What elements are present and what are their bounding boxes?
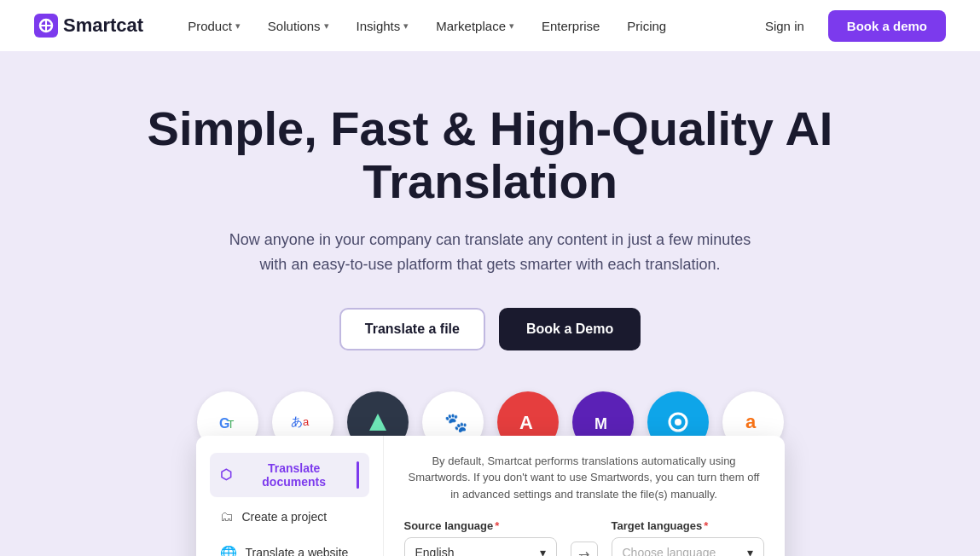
source-language-select[interactable]: English ▾: [404, 537, 557, 556]
translate-file-button[interactable]: Translate a file: [339, 308, 485, 350]
logo[interactable]: Smartcat: [34, 14, 143, 38]
chevron-down-icon: ▾: [403, 20, 409, 32]
nav-links: Product ▾ Solutions ▾ Insights ▾ Marketp…: [177, 14, 755, 38]
menu-item-translate-website[interactable]: 🌐 Translate a website: [210, 536, 369, 556]
logo-icon: [34, 14, 58, 38]
hero-subtitle: Now anyone in your company can translate…: [226, 228, 755, 277]
chevron-down-icon: ▾: [540, 546, 546, 556]
svg-text:M: M: [594, 415, 607, 432]
svg-text:🐾: 🐾: [444, 411, 468, 434]
chevron-down-icon: ▾: [324, 20, 329, 32]
hero-section: Simple, Fast & High-Quality AI Translati…: [0, 51, 980, 556]
svg-point-12: [675, 419, 681, 426]
document-icon: ⬡: [220, 466, 232, 483]
target-language-label: Target languages *: [612, 519, 764, 532]
nav-item-marketplace[interactable]: Marketplace ▾: [426, 14, 525, 38]
book-demo-button[interactable]: Book a Demo: [499, 308, 641, 350]
translate-dropdown-card: ⬡ Translate documents 🗂 Create a project…: [196, 436, 785, 556]
globe-icon: 🌐: [220, 545, 237, 556]
language-row: Source language * English ▾ ⇄ Target lan…: [404, 519, 764, 556]
svg-text:a: a: [745, 411, 757, 432]
svg-text:a: a: [303, 415, 310, 428]
nav-item-insights[interactable]: Insights ▾: [346, 14, 420, 38]
source-language-label: Source language *: [404, 519, 557, 532]
source-language-group: Source language * English ▾: [404, 519, 557, 556]
cta-buttons: Translate a file Book a Demo: [17, 308, 963, 350]
nav-item-enterprise[interactable]: Enterprise: [531, 14, 610, 38]
chevron-down-icon: ▾: [235, 20, 241, 32]
source-required-marker: *: [495, 519, 499, 532]
swap-languages-button[interactable]: ⇄: [571, 542, 598, 556]
nav-right: Sign in Book a demo: [755, 10, 946, 42]
menu-item-create-project[interactable]: 🗂 Create a project: [210, 501, 369, 533]
nav-item-solutions[interactable]: Solutions ▾: [258, 14, 339, 38]
navbar: Smartcat Product ▾ Solutions ▾ Insights …: [0, 0, 980, 51]
svg-text:A: A: [519, 412, 533, 433]
svg-text:あ: あ: [291, 414, 303, 428]
target-language-select[interactable]: Choose language ▾: [612, 537, 764, 556]
sign-in-link[interactable]: Sign in: [755, 14, 815, 38]
menu-item-translate-docs[interactable]: ⬡ Translate documents: [210, 453, 369, 497]
nav-item-pricing[interactable]: Pricing: [617, 14, 676, 38]
dropdown-menu: ⬡ Translate documents 🗂 Create a project…: [196, 436, 384, 556]
target-required-marker: *: [704, 519, 708, 532]
dropdown-content: By default, Smartcat performs translatio…: [384, 436, 785, 556]
active-indicator: [357, 461, 359, 489]
svg-marker-7: [369, 414, 386, 431]
folder-icon: 🗂: [220, 509, 234, 524]
target-language-group: Target languages * Choose language ▾ Rec…: [612, 519, 764, 556]
chevron-down-icon: ▾: [747, 546, 753, 556]
dropdown-description: By default, Smartcat performs translatio…: [404, 453, 764, 503]
nav-item-product[interactable]: Product ▾: [177, 14, 251, 38]
book-demo-nav-button[interactable]: Book a demo: [828, 10, 946, 42]
chevron-down-icon: ▾: [509, 20, 514, 32]
svg-text:T: T: [228, 419, 235, 431]
hero-title: Simple, Fast & High-Quality AI Translati…: [107, 102, 874, 207]
